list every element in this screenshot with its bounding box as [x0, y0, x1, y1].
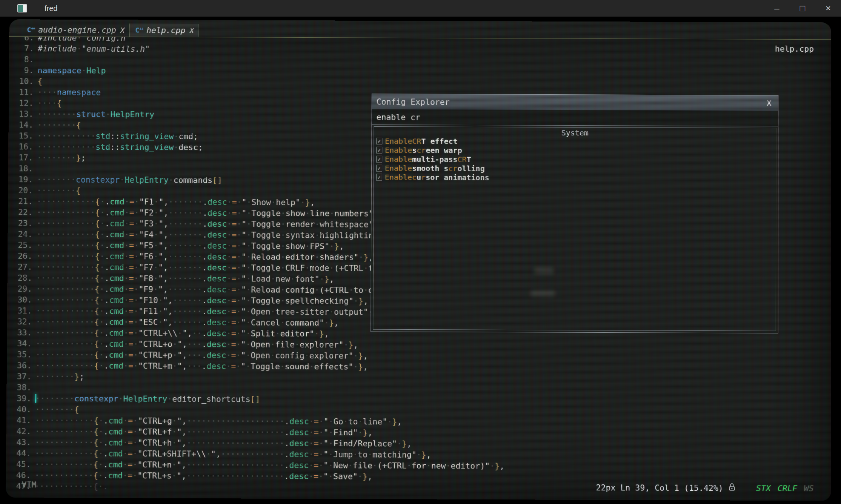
line-number: 7. — [9, 43, 34, 54]
line-number: 12. — [9, 97, 34, 108]
flag-CRLF: CRLF — [778, 483, 797, 493]
line-number: 9. — [9, 65, 34, 76]
option-label-part: T effect — [421, 137, 457, 146]
option-label-part: CR — [412, 137, 421, 146]
close-button[interactable]: × — [815, 0, 841, 17]
line-number: 21. — [8, 196, 33, 207]
config-option[interactable]: ✓Enable cursor animations — [374, 173, 776, 183]
line-number: 14. — [9, 119, 34, 130]
editor-screen: 6.#include·"config.h"7.#include·"enum-ut… — [6, 19, 831, 501]
option-label-part: u — [417, 173, 421, 182]
lock-icon — [729, 482, 736, 493]
window-titlebar: fred – □ × — [0, 0, 841, 17]
window-title: fred — [45, 4, 57, 13]
config-search-input[interactable]: enable cr — [372, 109, 778, 126]
popup-title: Config Explorer — [377, 97, 450, 107]
line-number: 22. — [8, 207, 33, 218]
option-label-part: cr — [417, 146, 426, 155]
line-number: 38. — [6, 382, 31, 393]
line-number: 40. — [6, 404, 31, 415]
tab-close-button[interactable]: X — [120, 26, 125, 34]
option-label-part: sor animations — [426, 173, 489, 182]
checkbox-checked-icon[interactable]: ✓ — [376, 138, 382, 144]
option-label-part: CR — [458, 155, 467, 164]
line-number: 16. — [8, 141, 33, 152]
config-explorer-popup: Config Explorer X enable cr System ✓Enab… — [371, 94, 778, 333]
line-number: 45. — [6, 459, 31, 470]
option-label-part: Enable — [385, 164, 412, 173]
line-number: 24. — [8, 229, 32, 240]
line-number: 26. — [8, 250, 32, 261]
option-label-part: cr — [448, 164, 457, 173]
option-label-part: een warp — [426, 146, 462, 155]
line-number: 13. — [9, 108, 34, 119]
minimize-button[interactable]: – — [764, 0, 790, 17]
line-number: 19. — [8, 174, 33, 185]
maximize-button[interactable]: □ — [790, 0, 815, 17]
popup-close-button[interactable]: X — [767, 98, 773, 108]
line-number: 32. — [7, 316, 32, 327]
line-number: 35. — [7, 349, 32, 360]
status-right-group: 22px Ln 39, Col 1 (15.42%) STXCRLFWS — [596, 482, 814, 493]
tab-audio-engine.cpp[interactable]: C++audio-engine.cppX — [22, 23, 130, 37]
line-number: 41. — [6, 415, 31, 426]
popup-titlebar: Config Explorer X — [372, 94, 778, 111]
crt-ghost-artifact — [530, 290, 555, 296]
checkbox-checked-icon[interactable]: ✓ — [376, 165, 382, 172]
app-icon — [17, 4, 27, 12]
option-label-part: multi-pass — [412, 155, 457, 164]
line-number: 28. — [8, 272, 32, 283]
flag-WS: WS — [804, 484, 814, 493]
crt-ghost-artifact — [534, 268, 554, 274]
line-number: 8. — [9, 54, 34, 65]
line-number: 23. — [8, 218, 33, 229]
option-label-part: Enable — [385, 137, 412, 146]
line-number: 30. — [7, 294, 32, 305]
floating-filename: help.cpp — [775, 44, 814, 54]
option-label-part: s — [412, 146, 417, 155]
line-number: 11. — [9, 87, 34, 98]
option-label-part: smooth s — [412, 164, 448, 173]
window-controls: – □ × — [764, 0, 841, 17]
tab-help.cpp[interactable]: C++help.cppX — [130, 23, 199, 37]
line-number: 15. — [8, 130, 33, 141]
line-number: 43. — [6, 437, 31, 448]
option-label-part: r — [421, 173, 426, 182]
status-flags: STXCRLFWS — [756, 483, 814, 493]
line-number: 25. — [8, 240, 32, 250]
tab-close-button[interactable]: X — [189, 26, 194, 34]
cursor-position: 22px Ln 39, Col 1 (15.42%) — [596, 482, 723, 492]
line-number: 17. — [8, 152, 33, 163]
option-label-part: olling — [457, 164, 484, 173]
option-label-part: Enable — [385, 146, 412, 155]
line-number: 42. — [6, 426, 31, 436]
line-number: 34. — [7, 338, 32, 349]
cpp-file-icon: C++ — [27, 26, 35, 34]
option-label-part: T — [467, 155, 471, 164]
line-number: 10. — [9, 76, 34, 87]
vim-mode-indicator: VIM — [22, 480, 37, 489]
text-cursor — [35, 394, 36, 403]
line-number: 31. — [7, 305, 32, 316]
line-number: 29. — [7, 283, 32, 294]
checkbox-checked-icon[interactable]: ✓ — [376, 156, 382, 163]
tab-label: audio-engine.cpp — [38, 25, 116, 35]
config-options-list: System ✓Enable CRT effect✓Enable screen … — [373, 126, 776, 331]
line-number: 39. — [6, 393, 31, 404]
line-number: 18. — [8, 163, 33, 174]
option-label-part: Enable — [385, 155, 412, 164]
tab-label: help.cpp — [146, 26, 186, 35]
checkbox-checked-icon[interactable]: ✓ — [376, 147, 382, 154]
flag-STX: STX — [756, 483, 771, 493]
line-number: 36. — [7, 360, 32, 371]
line-number: 33. — [7, 327, 32, 338]
tab-bar: C++audio-engine.cppXC++help.cppX — [9, 19, 831, 40]
line-number: 46. — [6, 470, 31, 481]
option-label-part: c — [412, 173, 417, 182]
line-number: 37. — [7, 371, 32, 382]
line-number: 27. — [8, 261, 32, 272]
checkbox-checked-icon[interactable]: ✓ — [376, 174, 382, 181]
line-number: 20. — [8, 185, 33, 196]
option-label-part: Enable — [385, 173, 412, 182]
cpp-file-icon: C++ — [135, 26, 143, 34]
